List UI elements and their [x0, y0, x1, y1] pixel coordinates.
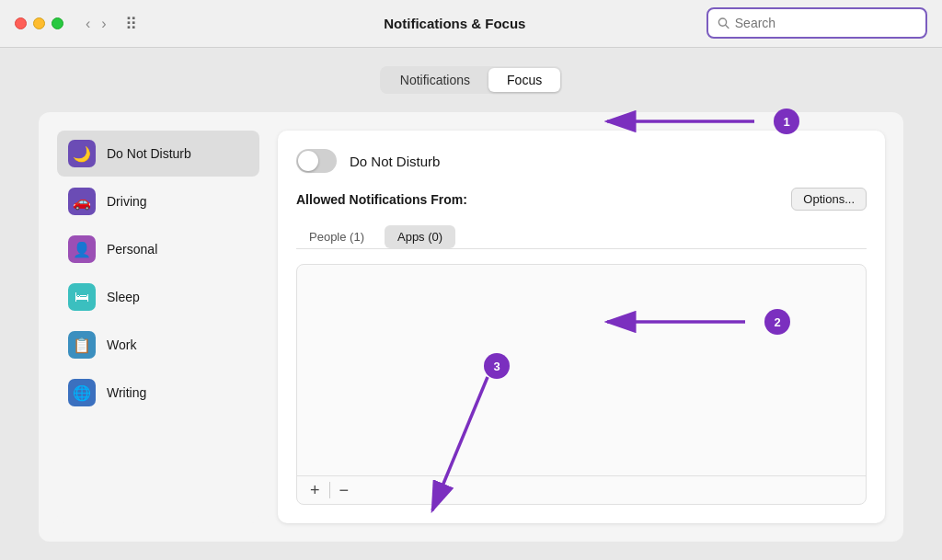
- sub-tab-people[interactable]: People (1): [296, 225, 377, 248]
- allowed-title: Allowed Notifications From:: [296, 192, 467, 207]
- list-area: + −: [296, 264, 867, 505]
- maximize-button[interactable]: [52, 17, 63, 29]
- tab-focus[interactable]: Focus: [488, 68, 560, 92]
- svg-line-1: [726, 25, 729, 28]
- remove-button[interactable]: −: [334, 480, 355, 500]
- sidebar-item-writing[interactable]: 🌐 Writing: [57, 370, 259, 416]
- writing-icon: 🌐: [68, 379, 96, 406]
- title-bar: ‹ › ⠿ Notifications & Focus: [0, 0, 942, 48]
- sidebar-label-work: Work: [107, 337, 136, 352]
- options-button[interactable]: Options...: [791, 188, 867, 211]
- traffic-lights: [15, 17, 63, 29]
- work-icon: 📋: [68, 331, 96, 359]
- list-separator: [329, 482, 330, 498]
- toggle-knob: [298, 151, 318, 171]
- sidebar-item-sleep[interactable]: 🛏 Sleep: [57, 274, 259, 320]
- allowed-header: Allowed Notifications From: Options...: [296, 188, 867, 211]
- nav-buttons: ‹ ›: [82, 14, 110, 34]
- sidebar-label-do-not-disturb: Do Not Disturb: [107, 146, 191, 161]
- sidebar-item-personal[interactable]: 👤 Personal: [57, 226, 259, 272]
- do-not-disturb-toggle[interactable]: [296, 149, 337, 173]
- back-button[interactable]: ‹: [82, 14, 94, 34]
- window-title: Notifications & Focus: [148, 16, 762, 31]
- sidebar: 🌙 Do Not Disturb 🚗 Driving 👤 Personal 🛏 …: [57, 131, 259, 523]
- do-not-disturb-icon: 🌙: [68, 140, 96, 167]
- tab-bar: Notifications Focus: [380, 66, 562, 94]
- forward-button[interactable]: ›: [98, 14, 109, 34]
- main-content: Notifications Focus 🌙 Do Not Disturb 🚗 D…: [0, 48, 942, 560]
- sub-tabs: People (1) Apps (0): [296, 225, 867, 249]
- search-input[interactable]: [735, 16, 916, 30]
- list-controls: + −: [297, 475, 866, 504]
- add-button[interactable]: +: [304, 480, 326, 500]
- search-icon: [718, 17, 729, 29]
- grid-icon: ⠿: [125, 14, 137, 34]
- content-panel: 🌙 Do Not Disturb 🚗 Driving 👤 Personal 🛏 …: [39, 112, 903, 542]
- sub-tab-apps[interactable]: Apps (0): [385, 225, 455, 248]
- sleep-icon: 🛏: [68, 283, 96, 311]
- close-button[interactable]: [15, 17, 27, 29]
- toggle-label: Do Not Disturb: [350, 154, 440, 169]
- sidebar-label-driving: Driving: [107, 194, 147, 209]
- personal-icon: 👤: [68, 235, 96, 263]
- search-box[interactable]: [706, 7, 927, 39]
- driving-icon: 🚗: [68, 188, 96, 215]
- tab-notifications[interactable]: Notifications: [382, 68, 488, 92]
- sidebar-label-sleep: Sleep: [107, 290, 140, 304]
- minimize-button[interactable]: [33, 17, 45, 29]
- sidebar-item-do-not-disturb[interactable]: 🌙 Do Not Disturb: [57, 131, 259, 177]
- sidebar-item-driving[interactable]: 🚗 Driving: [57, 178, 259, 224]
- toggle-row: Do Not Disturb: [296, 149, 867, 173]
- sidebar-label-personal: Personal: [107, 242, 157, 257]
- right-panel: Do Not Disturb Allowed Notifications Fro…: [278, 131, 885, 523]
- sidebar-item-work[interactable]: 📋 Work: [57, 322, 259, 368]
- sidebar-label-writing: Writing: [107, 385, 146, 400]
